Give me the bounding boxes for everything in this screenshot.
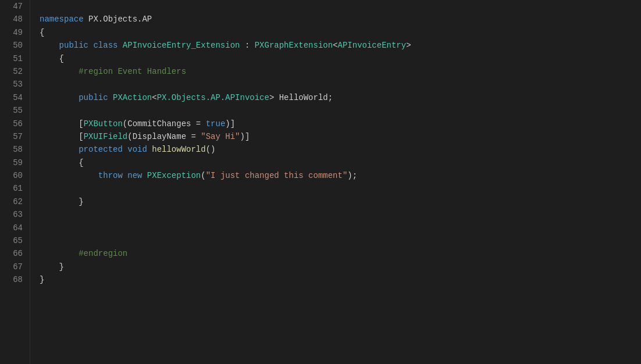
code-token: #endregion	[79, 247, 127, 260]
line-number: 53	[5, 78, 23, 91]
line-number: 67	[5, 260, 23, 273]
code-token	[40, 169, 98, 182]
line-number: 61	[5, 182, 23, 195]
code-token: )]	[225, 117, 235, 130]
code-content[interactable]: namespace PX.Objects.AP{ public class AP…	[30, 0, 641, 364]
code-token: PXException	[147, 169, 201, 182]
line-number: 65	[5, 234, 23, 247]
code-line: {	[40, 26, 641, 39]
code-token: public	[79, 91, 113, 104]
code-token: );	[347, 169, 357, 182]
code-token	[40, 91, 79, 104]
code-line: }	[40, 273, 641, 286]
code-line	[40, 222, 641, 234]
code-token: APInvoiceEntry_Extension	[123, 39, 240, 52]
code-line	[40, 234, 641, 247]
line-number: 48	[5, 13, 23, 26]
code-line	[40, 0, 641, 13]
code-token: [	[40, 130, 84, 143]
line-number: 50	[5, 39, 23, 52]
line-numbers: 4748495051525354555657585960616263646566…	[0, 0, 30, 364]
line-number: 49	[5, 26, 23, 39]
code-token: #region Event Handlers	[79, 65, 186, 78]
code-token: namespace	[40, 13, 84, 26]
code-token	[40, 247, 79, 260]
code-token: PX.Objects.AP.APInvoice	[157, 91, 269, 104]
code-line	[40, 104, 641, 117]
code-line: {	[40, 156, 641, 169]
code-token: public	[40, 39, 93, 52]
line-number: 58	[5, 143, 23, 156]
code-line: #region Event Handlers	[40, 65, 641, 78]
line-number: 68	[5, 273, 23, 286]
code-token: class	[93, 39, 122, 52]
code-token: (CommitChanges =	[123, 117, 206, 130]
line-number: 56	[5, 117, 23, 130]
line-number: 52	[5, 65, 23, 78]
code-token: }	[40, 260, 64, 273]
code-line: }	[40, 195, 641, 208]
code-token	[40, 143, 79, 156]
code-line: {	[40, 52, 641, 65]
line-number: 57	[5, 130, 23, 143]
line-number: 63	[5, 208, 23, 221]
code-token: "I just changed this comment"	[206, 169, 348, 182]
code-line: protected void hellowWorld()	[40, 143, 641, 156]
code-token	[40, 65, 79, 78]
line-number: 51	[5, 52, 23, 65]
line-number: 59	[5, 156, 23, 169]
code-token: (DisplayName =	[127, 130, 201, 143]
code-token: "Say Hi"	[201, 130, 240, 143]
code-token: APInvoiceEntry	[338, 39, 407, 52]
code-line	[40, 78, 641, 91]
line-number: 64	[5, 222, 23, 234]
code-token: >	[406, 39, 411, 52]
code-token: :	[240, 39, 254, 52]
code-token: {	[40, 156, 84, 169]
line-number: 55	[5, 104, 23, 117]
code-token: }	[40, 273, 44, 286]
code-line: #endregion	[40, 247, 641, 260]
code-token: ()	[206, 143, 216, 156]
code-line: [PXUIField(DisplayName = "Say Hi")]	[40, 130, 641, 143]
code-line	[40, 182, 641, 195]
code-token: {	[40, 52, 64, 65]
code-token: true	[206, 117, 226, 130]
code-line: [PXButton(CommitChanges = true)]	[40, 117, 641, 130]
code-line	[40, 208, 641, 221]
code-token: PXAction	[113, 91, 152, 104]
code-token: <	[333, 39, 337, 52]
code-line: }	[40, 260, 641, 273]
code-editor: 4748495051525354555657585960616263646566…	[0, 0, 641, 364]
code-line: namespace PX.Objects.AP	[40, 13, 641, 26]
code-token: PX.Objects.AP	[84, 13, 152, 26]
code-token: void	[127, 143, 152, 156]
code-token: throw	[98, 169, 127, 182]
code-token: new	[127, 169, 147, 182]
code-token: [	[40, 117, 84, 130]
code-token: PXUIField	[84, 130, 128, 143]
line-number: 60	[5, 169, 23, 182]
code-token: hellowWorld	[152, 143, 205, 156]
code-line: public PXAction<PX.Objects.AP.APInvoice>…	[40, 91, 641, 104]
code-line: throw new PXException("I just changed th…	[40, 169, 641, 182]
code-token: )]	[240, 130, 250, 143]
line-number: 54	[5, 91, 23, 104]
code-token: protected	[79, 143, 127, 156]
code-token: (	[201, 169, 205, 182]
line-number: 47	[5, 0, 23, 13]
line-number: 62	[5, 195, 23, 208]
code-line: public class APInvoiceEntry_Extension : …	[40, 39, 641, 52]
code-token: PXGraphExtension	[255, 39, 333, 52]
code-token: PXButton	[84, 117, 123, 130]
code-token: {	[40, 26, 44, 39]
code-token: > HelloWorld;	[269, 91, 333, 104]
line-number: 66	[5, 247, 23, 260]
code-token: <	[152, 91, 156, 104]
code-token: }	[40, 195, 84, 208]
